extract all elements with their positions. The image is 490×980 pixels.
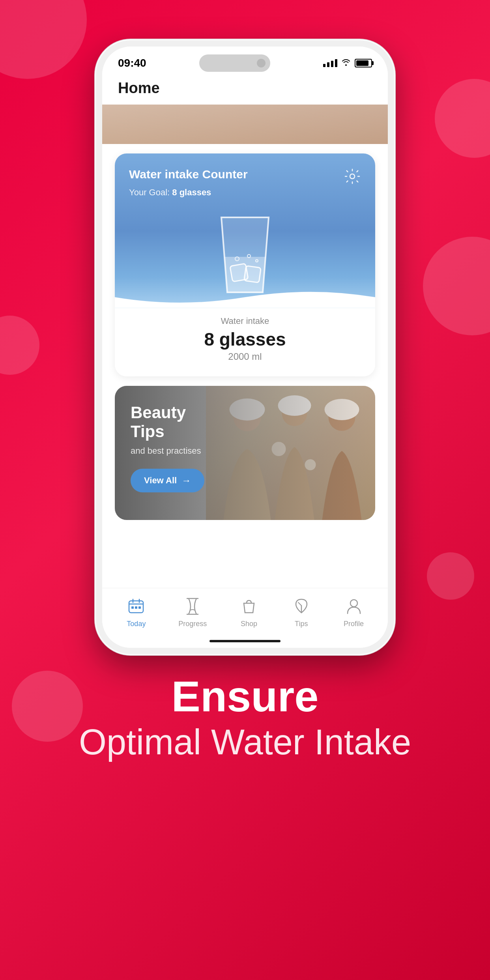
view-all-button[interactable]: View All → [131,469,204,492]
hero-image-strip [102,105,388,144]
water-intake-label: Water intake [129,316,361,326]
arrow-icon: → [181,475,191,486]
svg-rect-16 [135,606,137,609]
home-bar [209,640,281,642]
svg-rect-17 [138,606,141,609]
phone-screen: 09:40 [102,47,388,648]
status-bar: 09:40 [102,47,388,76]
home-indicator [102,640,388,648]
nav-label-today: Today [127,620,146,628]
status-time: 09:40 [118,57,146,69]
tagline-section: Ensure Optimal Water Intake [47,675,443,763]
beauty-card-title: Beauty Tips [131,403,204,441]
water-ml-value: 2000 ml [129,351,361,362]
bag-icon [239,596,259,617]
gear-icon[interactable] [344,168,361,185]
water-stats: Water intake 8 glasses 2000 ml [115,308,375,376]
tagline-line2: Optimal Water Intake [79,722,411,763]
nav-label-shop: Shop [241,620,257,628]
svg-rect-2 [244,266,261,283]
leaf-icon [291,596,312,617]
wave-divider [115,286,375,308]
phone-frame: 09:40 [95,39,395,655]
signal-icon [323,59,337,67]
nav-item-tips[interactable]: Tips [291,596,312,628]
beauty-card-content: Beauty Tips and best practises View All … [115,386,220,510]
water-card-top: Water intake Counter Your Goal: 8 glasse… [115,153,375,308]
svg-point-18 [350,600,357,607]
wifi-icon [341,59,351,68]
water-glasses-count: 8 glasses [129,329,361,350]
water-goal-text: Your Goal: 8 glasses [129,187,361,198]
phone-mockup: 09:40 [95,39,395,655]
water-goal-amount: 8 glasses [172,187,211,197]
water-card-title: Water intake Counter [129,168,248,181]
nav-item-shop[interactable]: Shop [239,596,259,628]
scroll-content: Water intake Counter Your Goal: 8 glasse… [102,105,388,588]
notch [199,54,270,72]
nav-item-progress[interactable]: Progress [178,596,207,628]
app-header: Home [102,76,388,105]
svg-rect-15 [131,606,134,609]
nav-item-today[interactable]: Today [126,596,146,628]
status-icons [323,59,372,68]
nav-label-progress: Progress [178,620,207,628]
battery-icon [355,59,372,67]
water-intake-card[interactable]: Water intake Counter Your Goal: 8 glasse… [115,153,375,376]
water-card-header: Water intake Counter [129,168,361,185]
beauty-tips-card[interactable]: Beauty Tips and best practises View All … [115,386,375,520]
nav-item-profile[interactable]: Profile [344,596,364,628]
person-icon [344,596,364,617]
page-title: Home [118,80,160,96]
calendar-icon [126,596,146,617]
nav-label-profile: Profile [344,620,364,628]
hourglass-icon [182,596,203,617]
beauty-card-subtitle: and best practises [131,446,204,456]
bottom-navigation: Today Progress [102,588,388,640]
tagline-line1: Ensure [79,675,411,718]
nav-label-tips: Tips [295,620,308,628]
